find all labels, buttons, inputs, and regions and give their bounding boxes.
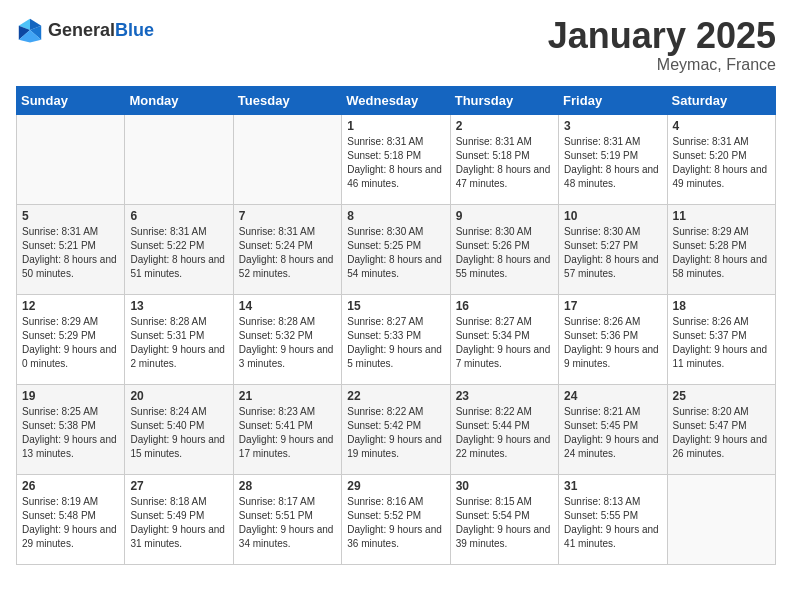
day-number: 25 bbox=[673, 389, 770, 403]
day-info: Sunrise: 8:21 AM Sunset: 5:45 PM Dayligh… bbox=[564, 405, 661, 461]
calendar-day-cell: 13Sunrise: 8:28 AM Sunset: 5:31 PM Dayli… bbox=[125, 294, 233, 384]
calendar-day-cell: 20Sunrise: 8:24 AM Sunset: 5:40 PM Dayli… bbox=[125, 384, 233, 474]
day-number: 29 bbox=[347, 479, 444, 493]
calendar-day-cell bbox=[233, 114, 341, 204]
weekday-header: Thursday bbox=[450, 86, 558, 114]
day-number: 30 bbox=[456, 479, 553, 493]
day-number: 17 bbox=[564, 299, 661, 313]
day-info: Sunrise: 8:26 AM Sunset: 5:37 PM Dayligh… bbox=[673, 315, 770, 371]
calendar-week-row: 5Sunrise: 8:31 AM Sunset: 5:21 PM Daylig… bbox=[17, 204, 776, 294]
calendar-title: January 2025 bbox=[548, 16, 776, 56]
calendar-day-cell: 6Sunrise: 8:31 AM Sunset: 5:22 PM Daylig… bbox=[125, 204, 233, 294]
calendar-week-row: 19Sunrise: 8:25 AM Sunset: 5:38 PM Dayli… bbox=[17, 384, 776, 474]
day-info: Sunrise: 8:22 AM Sunset: 5:42 PM Dayligh… bbox=[347, 405, 444, 461]
day-info: Sunrise: 8:13 AM Sunset: 5:55 PM Dayligh… bbox=[564, 495, 661, 551]
calendar-day-cell: 27Sunrise: 8:18 AM Sunset: 5:49 PM Dayli… bbox=[125, 474, 233, 564]
calendar-table: SundayMondayTuesdayWednesdayThursdayFrid… bbox=[16, 86, 776, 565]
day-info: Sunrise: 8:23 AM Sunset: 5:41 PM Dayligh… bbox=[239, 405, 336, 461]
weekday-header: Friday bbox=[559, 86, 667, 114]
day-number: 2 bbox=[456, 119, 553, 133]
day-info: Sunrise: 8:19 AM Sunset: 5:48 PM Dayligh… bbox=[22, 495, 119, 551]
day-number: 24 bbox=[564, 389, 661, 403]
day-number: 6 bbox=[130, 209, 227, 223]
day-number: 12 bbox=[22, 299, 119, 313]
page-header: GeneralBlue January 2025 Meymac, France bbox=[16, 16, 776, 74]
logo: GeneralBlue bbox=[16, 16, 154, 44]
day-info: Sunrise: 8:16 AM Sunset: 5:52 PM Dayligh… bbox=[347, 495, 444, 551]
day-number: 7 bbox=[239, 209, 336, 223]
calendar-day-cell: 12Sunrise: 8:29 AM Sunset: 5:29 PM Dayli… bbox=[17, 294, 125, 384]
calendar-day-cell: 2Sunrise: 8:31 AM Sunset: 5:18 PM Daylig… bbox=[450, 114, 558, 204]
day-info: Sunrise: 8:17 AM Sunset: 5:51 PM Dayligh… bbox=[239, 495, 336, 551]
calendar-day-cell: 4Sunrise: 8:31 AM Sunset: 5:20 PM Daylig… bbox=[667, 114, 775, 204]
day-number: 5 bbox=[22, 209, 119, 223]
day-info: Sunrise: 8:22 AM Sunset: 5:44 PM Dayligh… bbox=[456, 405, 553, 461]
day-number: 4 bbox=[673, 119, 770, 133]
logo-icon bbox=[16, 16, 44, 44]
day-number: 1 bbox=[347, 119, 444, 133]
day-info: Sunrise: 8:28 AM Sunset: 5:31 PM Dayligh… bbox=[130, 315, 227, 371]
calendar-day-cell bbox=[17, 114, 125, 204]
calendar-day-cell: 21Sunrise: 8:23 AM Sunset: 5:41 PM Dayli… bbox=[233, 384, 341, 474]
calendar-day-cell: 24Sunrise: 8:21 AM Sunset: 5:45 PM Dayli… bbox=[559, 384, 667, 474]
day-info: Sunrise: 8:31 AM Sunset: 5:21 PM Dayligh… bbox=[22, 225, 119, 281]
day-info: Sunrise: 8:24 AM Sunset: 5:40 PM Dayligh… bbox=[130, 405, 227, 461]
calendar-week-row: 26Sunrise: 8:19 AM Sunset: 5:48 PM Dayli… bbox=[17, 474, 776, 564]
day-number: 22 bbox=[347, 389, 444, 403]
calendar-day-cell: 14Sunrise: 8:28 AM Sunset: 5:32 PM Dayli… bbox=[233, 294, 341, 384]
calendar-day-cell: 16Sunrise: 8:27 AM Sunset: 5:34 PM Dayli… bbox=[450, 294, 558, 384]
calendar-day-cell: 22Sunrise: 8:22 AM Sunset: 5:42 PM Dayli… bbox=[342, 384, 450, 474]
day-info: Sunrise: 8:26 AM Sunset: 5:36 PM Dayligh… bbox=[564, 315, 661, 371]
day-number: 27 bbox=[130, 479, 227, 493]
logo-blue: Blue bbox=[115, 20, 154, 40]
day-info: Sunrise: 8:15 AM Sunset: 5:54 PM Dayligh… bbox=[456, 495, 553, 551]
day-number: 3 bbox=[564, 119, 661, 133]
day-info: Sunrise: 8:29 AM Sunset: 5:29 PM Dayligh… bbox=[22, 315, 119, 371]
calendar-day-cell: 19Sunrise: 8:25 AM Sunset: 5:38 PM Dayli… bbox=[17, 384, 125, 474]
day-number: 31 bbox=[564, 479, 661, 493]
calendar-day-cell: 31Sunrise: 8:13 AM Sunset: 5:55 PM Dayli… bbox=[559, 474, 667, 564]
day-number: 16 bbox=[456, 299, 553, 313]
weekday-header: Sunday bbox=[17, 86, 125, 114]
calendar-day-cell bbox=[667, 474, 775, 564]
calendar-day-cell: 1Sunrise: 8:31 AM Sunset: 5:18 PM Daylig… bbox=[342, 114, 450, 204]
day-number: 18 bbox=[673, 299, 770, 313]
calendar-day-cell: 3Sunrise: 8:31 AM Sunset: 5:19 PM Daylig… bbox=[559, 114, 667, 204]
calendar-day-cell: 17Sunrise: 8:26 AM Sunset: 5:36 PM Dayli… bbox=[559, 294, 667, 384]
weekday-header: Monday bbox=[125, 86, 233, 114]
day-number: 20 bbox=[130, 389, 227, 403]
day-number: 13 bbox=[130, 299, 227, 313]
day-info: Sunrise: 8:31 AM Sunset: 5:24 PM Dayligh… bbox=[239, 225, 336, 281]
calendar-day-cell: 25Sunrise: 8:20 AM Sunset: 5:47 PM Dayli… bbox=[667, 384, 775, 474]
day-number: 10 bbox=[564, 209, 661, 223]
day-info: Sunrise: 8:27 AM Sunset: 5:34 PM Dayligh… bbox=[456, 315, 553, 371]
calendar-day-cell: 18Sunrise: 8:26 AM Sunset: 5:37 PM Dayli… bbox=[667, 294, 775, 384]
weekday-header-row: SundayMondayTuesdayWednesdayThursdayFrid… bbox=[17, 86, 776, 114]
calendar-day-cell: 10Sunrise: 8:30 AM Sunset: 5:27 PM Dayli… bbox=[559, 204, 667, 294]
day-info: Sunrise: 8:30 AM Sunset: 5:25 PM Dayligh… bbox=[347, 225, 444, 281]
day-number: 15 bbox=[347, 299, 444, 313]
calendar-day-cell: 15Sunrise: 8:27 AM Sunset: 5:33 PM Dayli… bbox=[342, 294, 450, 384]
calendar-subtitle: Meymac, France bbox=[548, 56, 776, 74]
calendar-day-cell: 29Sunrise: 8:16 AM Sunset: 5:52 PM Dayli… bbox=[342, 474, 450, 564]
day-info: Sunrise: 8:27 AM Sunset: 5:33 PM Dayligh… bbox=[347, 315, 444, 371]
day-info: Sunrise: 8:30 AM Sunset: 5:26 PM Dayligh… bbox=[456, 225, 553, 281]
calendar-day-cell: 8Sunrise: 8:30 AM Sunset: 5:25 PM Daylig… bbox=[342, 204, 450, 294]
calendar-day-cell: 11Sunrise: 8:29 AM Sunset: 5:28 PM Dayli… bbox=[667, 204, 775, 294]
calendar-week-row: 1Sunrise: 8:31 AM Sunset: 5:18 PM Daylig… bbox=[17, 114, 776, 204]
day-info: Sunrise: 8:31 AM Sunset: 5:20 PM Dayligh… bbox=[673, 135, 770, 191]
day-info: Sunrise: 8:31 AM Sunset: 5:22 PM Dayligh… bbox=[130, 225, 227, 281]
weekday-header: Tuesday bbox=[233, 86, 341, 114]
weekday-header: Saturday bbox=[667, 86, 775, 114]
day-number: 26 bbox=[22, 479, 119, 493]
calendar-day-cell bbox=[125, 114, 233, 204]
day-info: Sunrise: 8:20 AM Sunset: 5:47 PM Dayligh… bbox=[673, 405, 770, 461]
day-number: 19 bbox=[22, 389, 119, 403]
calendar-week-row: 12Sunrise: 8:29 AM Sunset: 5:29 PM Dayli… bbox=[17, 294, 776, 384]
day-info: Sunrise: 8:29 AM Sunset: 5:28 PM Dayligh… bbox=[673, 225, 770, 281]
day-info: Sunrise: 8:25 AM Sunset: 5:38 PM Dayligh… bbox=[22, 405, 119, 461]
calendar-day-cell: 30Sunrise: 8:15 AM Sunset: 5:54 PM Dayli… bbox=[450, 474, 558, 564]
day-info: Sunrise: 8:31 AM Sunset: 5:18 PM Dayligh… bbox=[347, 135, 444, 191]
day-info: Sunrise: 8:18 AM Sunset: 5:49 PM Dayligh… bbox=[130, 495, 227, 551]
day-number: 11 bbox=[673, 209, 770, 223]
